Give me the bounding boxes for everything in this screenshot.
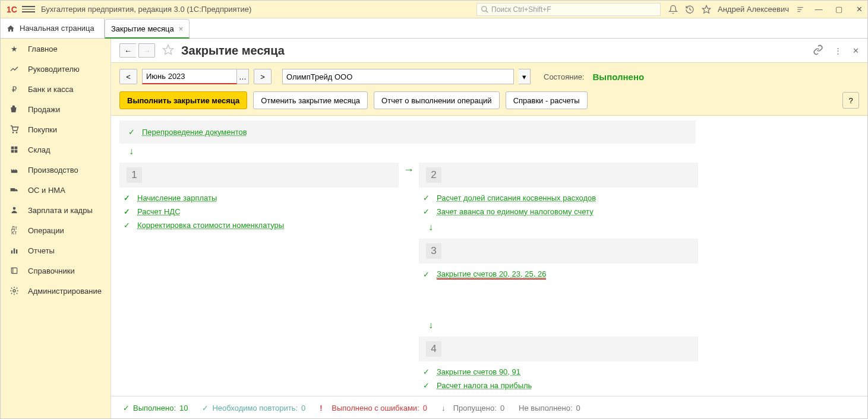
page-title: Закрытие месяца — [181, 44, 285, 58]
step-number: 1 — [127, 167, 142, 183]
menu-icon[interactable] — [22, 3, 35, 16]
star-icon[interactable] — [701, 4, 712, 15]
button-label: Выполнить закрытие месяца — [127, 96, 239, 105]
nav-forward-button[interactable]: → — [138, 43, 155, 58]
favorite-star-icon[interactable] — [162, 44, 174, 58]
check-icon: ✓ — [421, 193, 431, 202]
sidebar-label: ОС и НМА — [28, 186, 65, 195]
close-page-icon[interactable]: ✕ — [853, 46, 859, 55]
sidebar-item-purchases[interactable]: Покупки — [1, 119, 111, 139]
more-icon[interactable]: ⋮ — [834, 46, 842, 55]
arrow-down-icon: ↓ — [426, 318, 698, 333]
chart-icon — [9, 64, 20, 74]
references-button[interactable]: Справки - расчеты — [506, 91, 588, 109]
run-closing-button[interactable]: Выполнить закрытие месяца — [119, 91, 247, 109]
op-close-20-23-25-26-link[interactable]: Закрытие счетов 20, 23, 25, 26 — [437, 269, 546, 280]
check-icon: ✓ — [421, 270, 431, 279]
settings-icon[interactable] — [795, 4, 806, 15]
op-advance-offset-link[interactable]: Зачет аванса по единому налоговому счету — [437, 207, 594, 216]
op-vat-link[interactable]: Расчет НДС — [137, 207, 181, 216]
bell-icon[interactable] — [668, 4, 678, 15]
op-cost-correction-link[interactable]: Корректировка стоимости номенклатуры — [137, 221, 284, 230]
search-placeholder: Поиск Ctrl+Shift+F — [491, 5, 551, 14]
op-close-90-91-link[interactable]: Закрытие счетов 90, 91 — [437, 367, 520, 376]
global-search-input[interactable]: Поиск Ctrl+Shift+F — [476, 3, 661, 16]
svg-line-1 — [486, 10, 488, 12]
link-icon[interactable] — [813, 45, 823, 57]
svg-marker-2 — [702, 5, 710, 13]
svg-rect-17 — [14, 249, 15, 254]
ruble-icon: ₽ — [9, 84, 20, 94]
sidebar-label: Банк и касса — [28, 85, 74, 94]
sidebar-item-warehouse[interactable]: Склад — [1, 139, 111, 160]
bag-icon — [9, 104, 20, 115]
organization-dropdown-button[interactable]: ▾ — [519, 69, 531, 84]
period-value: Июнь 2023 — [146, 72, 185, 81]
sidebar-item-sales[interactable]: Продажи — [1, 99, 111, 119]
svg-point-14 — [15, 191, 17, 192]
sidebar-item-admin[interactable]: Администрирование — [1, 281, 111, 301]
username[interactable]: Андрей Алексеевич — [718, 5, 789, 14]
star-icon: ★ — [9, 43, 20, 54]
period-picker-button[interactable]: … — [237, 69, 249, 84]
sidebar-item-main[interactable]: ★Главное — [1, 39, 111, 59]
organization-value: ОлимпТрейд ООО — [286, 72, 352, 81]
svg-point-7 — [16, 132, 17, 133]
sidebar-label: Производство — [28, 166, 78, 174]
dtkt-icon: ДтКт — [9, 225, 20, 236]
check-icon: ✓ — [421, 381, 431, 390]
op-salary-link[interactable]: Начисление зарплаты — [137, 193, 217, 202]
sidebar-item-manager[interactable]: Руководителю — [1, 59, 111, 79]
step-number: 3 — [426, 243, 441, 259]
tab-home[interactable]: Начальная страница — [1, 18, 105, 38]
sidebar-label: Продажи — [28, 105, 60, 114]
maximize-icon[interactable]: ▢ — [834, 5, 844, 14]
period-prev-button[interactable]: < — [119, 69, 137, 84]
sidebar-item-assets[interactable]: ОС и НМА — [1, 180, 111, 200]
sidebar-label: Администрирование — [28, 287, 102, 296]
execution-report-button[interactable]: Отчет о выполнении операций — [374, 91, 500, 109]
cancel-closing-button[interactable]: Отменить закрытие месяца — [253, 91, 368, 109]
sidebar-item-bank[interactable]: ₽Банк и касса — [1, 79, 111, 99]
status-retry: ✓ Необходимо повторить: 0 — [202, 404, 305, 412]
svg-point-0 — [482, 6, 487, 11]
sidebar-label: Покупки — [28, 125, 57, 134]
status-not-done: Не выполнено: 0 — [519, 404, 580, 412]
history-icon[interactable] — [684, 4, 695, 15]
sidebar-item-catalogs[interactable]: Справочники — [1, 261, 111, 281]
sidebar-item-operations[interactable]: ДтКтОперации — [1, 220, 111, 240]
op-profit-tax-link[interactable]: Расчет налога на прибыль — [437, 381, 532, 390]
button-label: Отменить закрытие месяца — [261, 96, 360, 105]
op-reprovod-link[interactable]: Перепроведение документов — [142, 128, 247, 137]
check-icon: ✓ — [421, 207, 431, 216]
sidebar-label: Склад — [28, 145, 50, 154]
svg-rect-9 — [15, 147, 18, 150]
period-input[interactable]: Июнь 2023 — [142, 69, 237, 84]
svg-rect-16 — [11, 250, 12, 253]
svg-rect-18 — [16, 249, 17, 253]
sidebar-item-production[interactable]: Производство — [1, 160, 111, 180]
state-label: Состояние: — [544, 72, 584, 81]
tab-closing-month[interactable]: Закрытие месяца × — [105, 19, 190, 39]
tab-close-icon[interactable]: × — [179, 24, 184, 33]
truck-icon — [9, 185, 20, 195]
organization-select[interactable]: ОлимпТрейд ООО — [282, 69, 514, 84]
close-window-icon[interactable]: ✕ — [854, 5, 864, 14]
op-indirect-costs-link[interactable]: Расчет долей списания косвенных расходов — [437, 193, 596, 202]
person-icon — [9, 205, 20, 215]
sidebar-item-reports[interactable]: Отчеты — [1, 240, 111, 261]
state-value: Выполнено — [592, 72, 644, 82]
tab-label: Закрытие месяца — [111, 24, 174, 33]
logo-1c-icon: 1C — [4, 4, 20, 15]
status-done: ✓ Выполнено: 10 — [123, 404, 188, 412]
help-button[interactable]: ? — [842, 92, 859, 109]
check-double-icon: ✓ — [122, 207, 131, 216]
svg-rect-10 — [11, 150, 14, 153]
tab-home-label: Начальная страница — [20, 24, 94, 33]
period-next-button[interactable]: > — [254, 69, 272, 84]
nav-back-button[interactable]: ← — [119, 43, 136, 58]
minimize-icon[interactable]: — — [814, 5, 823, 14]
status-skipped: ↓ Пропущено: 0 — [441, 404, 504, 412]
arrow-down-icon: ↓ — [426, 220, 698, 235]
sidebar-item-hr[interactable]: Зарплата и кадры — [1, 200, 111, 220]
